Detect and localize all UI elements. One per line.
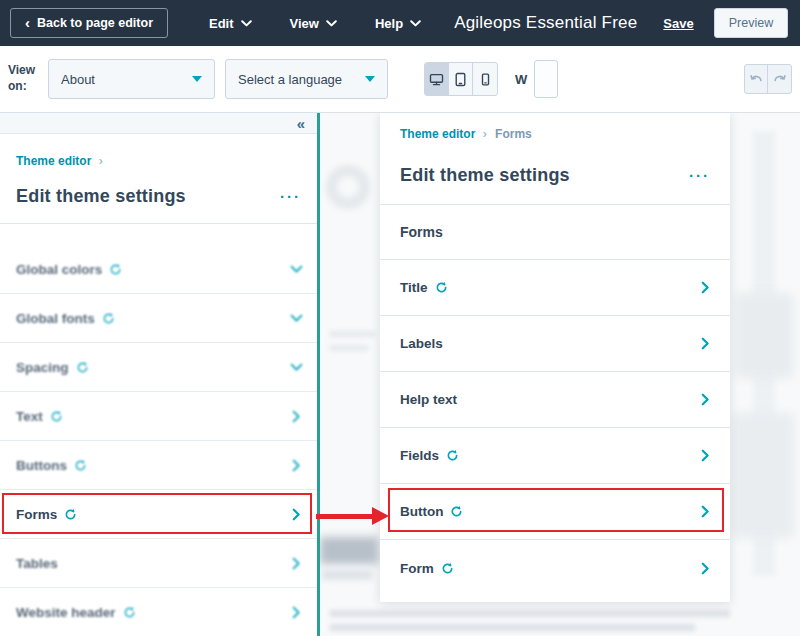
width-input[interactable] <box>534 60 558 98</box>
chevron-right-icon <box>290 265 303 274</box>
refresh-icon <box>435 281 448 294</box>
sidebar-collapse-strip: « <box>0 113 317 134</box>
blurred-text-line <box>330 331 375 337</box>
setting-label: Spacing <box>16 360 69 375</box>
setting-label: Website header <box>16 605 116 620</box>
language-select-value: Select a language <box>238 72 342 87</box>
refresh-icon <box>441 562 454 575</box>
chevron-right-icon <box>292 557 301 570</box>
setting-label: Form <box>400 561 434 576</box>
settings-row[interactable]: Text <box>0 392 317 441</box>
view-toolbar: View on: About Select a language W <box>0 46 800 113</box>
desktop-icon <box>429 72 444 87</box>
redo-icon <box>772 73 787 85</box>
width-label: W <box>515 72 527 87</box>
chevron-right-icon <box>701 505 710 518</box>
breadcrumb-current: Forms <box>495 127 532 141</box>
refresh-icon <box>64 508 77 521</box>
topbar-menu-item[interactable]: Edit <box>190 0 271 46</box>
blurred-text-line <box>330 624 695 631</box>
setting-label: Title <box>400 280 428 295</box>
setting-label: Text <box>16 409 43 424</box>
collapse-panel-icon[interactable]: « <box>297 116 305 131</box>
blurred-image-shape <box>735 293 793 378</box>
refresh-icon <box>446 449 459 462</box>
settings-row[interactable]: Labels <box>380 316 730 372</box>
settings-row[interactable]: Global colors <box>0 245 317 294</box>
chevron-right-icon <box>292 606 301 619</box>
annotation-arrow <box>316 514 374 519</box>
theme-settings-sidebar: « Theme editor › Edit theme settings ···… <box>0 113 317 636</box>
chevron-right-icon <box>701 393 710 406</box>
settings-row[interactable]: Global fonts <box>0 294 317 343</box>
mobile-view-button[interactable] <box>473 63 497 95</box>
menu-label: Help <box>375 16 403 31</box>
save-link[interactable]: Save <box>663 16 693 31</box>
blurred-text-line <box>330 610 730 617</box>
refresh-icon <box>50 410 63 423</box>
undo-icon <box>749 73 764 85</box>
settings-row[interactable]: Forms <box>0 490 317 539</box>
settings-row[interactable]: Button <box>380 484 730 540</box>
page-select[interactable]: About <box>48 59 215 99</box>
settings-row[interactable]: Title <box>380 260 730 316</box>
breadcrumb-separator: › <box>99 154 103 168</box>
undo-button[interactable] <box>745 65 768 93</box>
refresh-icon <box>74 459 87 472</box>
chevron-right-icon <box>292 459 301 472</box>
topbar-menu-item[interactable]: Help <box>356 0 440 46</box>
back-to-page-editor-button[interactable]: ‹ Back to page editor <box>10 8 168 38</box>
chevron-right-icon <box>290 314 303 323</box>
chevron-right-icon <box>701 562 710 575</box>
chevron-right-icon <box>701 337 710 350</box>
panel-header: Edit theme settings ··· <box>380 141 730 205</box>
overflow-menu-icon[interactable]: ··· <box>689 172 710 180</box>
breadcrumb-theme-editor-link[interactable]: Theme editor <box>16 154 91 168</box>
tablet-view-button[interactable] <box>449 63 473 95</box>
desktop-view-button[interactable] <box>425 63 449 95</box>
menu-label: Edit <box>209 16 234 31</box>
breadcrumb-theme-editor-link[interactable]: Theme editor <box>400 127 475 141</box>
language-select[interactable]: Select a language <box>225 59 388 99</box>
caret-down-icon <box>365 76 375 82</box>
setting-label: Button <box>400 504 443 519</box>
device-preview-toggle <box>424 62 498 96</box>
page-select-value: About <box>61 72 95 87</box>
overflow-menu-icon[interactable]: ··· <box>280 193 301 201</box>
settings-row[interactable]: Fields <box>380 428 730 484</box>
chevron-down-icon <box>410 20 421 27</box>
breadcrumb: Theme editor › Forms <box>380 113 730 141</box>
preview-button[interactable]: Preview <box>714 8 788 38</box>
redo-button[interactable] <box>768 65 791 93</box>
settings-row[interactable]: Spacing <box>0 343 317 392</box>
chevron-left-icon: ‹ <box>25 15 30 30</box>
settings-row[interactable]: Website header <box>0 588 317 636</box>
forms-settings-list: Title Labels <box>380 260 730 596</box>
setting-label: Buttons <box>16 458 67 473</box>
breadcrumb-separator: › <box>483 127 487 141</box>
setting-label: Tables <box>16 556 58 571</box>
blurred-image-shape <box>732 413 794 538</box>
page-title: Edit theme settings <box>400 165 570 186</box>
settings-row[interactable]: Buttons <box>0 441 317 490</box>
refresh-icon <box>102 312 115 325</box>
topbar-menu-item[interactable]: View <box>271 0 356 46</box>
blurred-sidebar-column <box>753 131 775 576</box>
settings-row[interactable]: Form <box>380 540 730 596</box>
chevron-down-icon <box>241 20 252 27</box>
chevron-down-icon <box>326 20 337 27</box>
refresh-icon <box>123 606 136 619</box>
chevron-right-icon <box>290 363 303 372</box>
settings-row[interactable]: Help text <box>380 372 730 428</box>
editor-main-area: « Theme editor › Edit theme settings ···… <box>0 113 800 636</box>
mobile-icon <box>478 72 493 87</box>
panel-header: Edit theme settings ··· <box>0 168 317 224</box>
setting-label: Fields <box>400 448 439 463</box>
settings-row[interactable]: Tables <box>0 539 317 588</box>
setting-label: Help text <box>400 392 457 407</box>
chevron-right-icon <box>292 508 301 521</box>
chevron-right-icon <box>292 410 301 423</box>
page-preview-faded: Theme editor › Forms Edit theme settings… <box>320 113 800 636</box>
caret-down-icon <box>192 76 202 82</box>
breadcrumb: Theme editor › <box>0 134 317 168</box>
